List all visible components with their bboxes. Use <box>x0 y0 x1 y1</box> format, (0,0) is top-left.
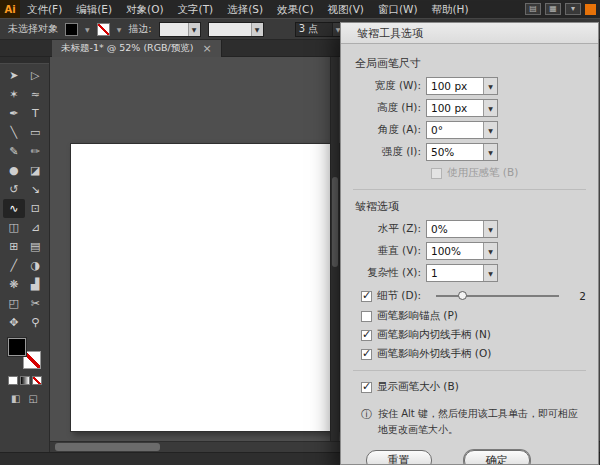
horizontal-combo[interactable]: 0% ▼ <box>426 220 498 238</box>
mesh-tool[interactable]: ⊞ <box>3 237 25 256</box>
menu-object[interactable]: 对象(O) <box>119 0 170 18</box>
chevron-down-icon[interactable]: ▼ <box>483 78 497 94</box>
rotate-tool[interactable]: ↺ <box>3 180 25 199</box>
brush-affects-in-handles-checkbox[interactable]: 画笔影响内切线手柄 (N) <box>361 328 586 342</box>
pen-tool[interactable]: ✒ <box>3 104 25 123</box>
gradient-button[interactable] <box>20 376 30 385</box>
screen-mode-icon[interactable]: ◱ <box>29 393 38 404</box>
chevron-down-icon[interactable]: ▼ <box>483 221 497 237</box>
blend-tool[interactable]: ◑ <box>25 256 47 275</box>
horizontal-value[interactable]: 0% <box>427 221 483 237</box>
vertical-scrollbar-thumb[interactable] <box>332 177 338 267</box>
artboard[interactable] <box>70 143 340 432</box>
ok-button[interactable]: 确定 <box>464 450 530 465</box>
chevron-down-icon[interactable]: ▼ <box>117 26 122 33</box>
type-tool[interactable]: T <box>25 104 47 123</box>
checkbox-box[interactable] <box>361 291 372 302</box>
scale-tool[interactable]: ↘ <box>25 180 47 199</box>
color-button[interactable] <box>8 376 18 385</box>
chevron-down-icon[interactable]: ▼ <box>85 26 90 33</box>
detail-slider[interactable] <box>436 289 559 303</box>
arrange-documents-icon[interactable]: ▦ <box>545 3 561 15</box>
rectangle-tool[interactable]: ▭ <box>25 123 47 142</box>
menu-view[interactable]: 视图(V) <box>321 0 371 18</box>
menu-effect[interactable]: 效果(C) <box>270 0 321 18</box>
free-transform-tool[interactable]: ⊡ <box>25 199 47 218</box>
fill-swatch[interactable] <box>8 338 26 356</box>
pencil-tool[interactable]: ✏ <box>25 142 47 161</box>
checkbox-box[interactable] <box>361 330 372 341</box>
hand-tool[interactable]: ✥ <box>3 313 25 332</box>
symbol-sprayer-tool[interactable]: ❋ <box>3 275 25 294</box>
workspace-chevron-icon[interactable]: ▾ <box>565 3 581 15</box>
width-combo[interactable]: 100 px ▼ <box>426 77 498 95</box>
shape-builder-tool[interactable]: ◫ <box>3 218 25 237</box>
brush-affects-out-handles-checkbox[interactable]: 画笔影响外切线手柄 (O) <box>361 347 586 361</box>
menu-file[interactable]: 文件(F) <box>20 0 69 18</box>
intensity-value[interactable]: 50% <box>427 144 483 160</box>
close-icon[interactable]: × <box>203 43 212 54</box>
menu-help[interactable]: 帮助(H) <box>425 0 476 18</box>
chevron-down-icon[interactable]: ▼ <box>483 265 497 281</box>
gradient-tool[interactable]: ▤ <box>25 237 47 256</box>
width-value[interactable]: 100 px <box>427 78 483 94</box>
chevron-down-icon[interactable]: ▼ <box>188 23 200 36</box>
slice-tool[interactable]: ✂ <box>25 294 47 313</box>
detail-checkbox[interactable] <box>361 291 372 302</box>
height-value[interactable]: 100 px <box>427 100 483 116</box>
menu-window[interactable]: 窗口(W) <box>371 0 425 18</box>
blob-brush-tool[interactable]: ● <box>3 161 25 180</box>
lasso-tool[interactable]: ≈ <box>25 85 47 104</box>
vertical-scrollbar[interactable] <box>330 57 339 441</box>
vertical-combo[interactable]: 100% ▼ <box>426 242 498 260</box>
wrinkle-tool[interactable]: ∿ <box>3 199 25 218</box>
fill-color-swatch[interactable] <box>65 23 78 36</box>
menu-type[interactable]: 文字(T) <box>171 0 221 18</box>
stroke-color-swatch[interactable] <box>97 23 110 36</box>
app-accent-icon[interactable] <box>585 4 596 15</box>
show-brush-size-checkbox[interactable]: 显示画笔大小 (B) <box>361 380 586 394</box>
menu-edit[interactable]: 编辑(E) <box>69 0 119 18</box>
slider-track[interactable] <box>436 295 559 297</box>
line-segment-tool[interactable]: ╲ <box>3 123 25 142</box>
vertical-value[interactable]: 100% <box>427 243 483 259</box>
chevron-down-icon[interactable]: ▼ <box>251 23 263 36</box>
brush-definition-combo[interactable]: 3 点 ▼ <box>295 22 345 37</box>
reset-button[interactable]: 重置 <box>366 450 432 465</box>
menu-select[interactable]: 选择(S) <box>220 0 270 18</box>
direct-selection-tool[interactable]: ▷ <box>25 66 47 85</box>
width-profile-combo[interactable]: ▼ <box>208 22 264 37</box>
checkbox-box[interactable] <box>361 311 372 322</box>
document-tab[interactable]: 未标题-1* @ 52% (RGB/预览) × <box>52 40 222 57</box>
intensity-combo[interactable]: 50% ▼ <box>426 143 498 161</box>
artboard-tool[interactable]: ◰ <box>3 294 25 313</box>
angle-combo[interactable]: 0° ▼ <box>426 121 498 139</box>
column-graph-tool[interactable]: ▟ <box>25 275 47 294</box>
brush-affects-anchor-checkbox[interactable]: 画笔影响锚点 (P) <box>361 309 586 323</box>
chevron-down-icon[interactable]: ▼ <box>483 122 497 138</box>
slider-thumb[interactable] <box>458 291 467 300</box>
paintbrush-tool[interactable]: ✎ <box>3 142 25 161</box>
angle-value[interactable]: 0° <box>427 122 483 138</box>
complexity-combo[interactable]: 1 ▼ <box>426 264 498 282</box>
chevron-down-icon[interactable]: ▼ <box>483 100 497 116</box>
height-combo[interactable]: 100 px ▼ <box>426 99 498 117</box>
selection-tool[interactable]: ➤ <box>3 66 25 85</box>
tools-panel-header[interactable] <box>0 57 49 64</box>
chevron-down-icon[interactable]: ▼ <box>483 144 497 160</box>
horizontal-scrollbar-thumb[interactable] <box>55 443 160 451</box>
eyedropper-tool[interactable]: ╱ <box>3 256 25 275</box>
complexity-value[interactable]: 1 <box>427 265 483 281</box>
magic-wand-tool[interactable]: ✶ <box>3 85 25 104</box>
eraser-tool[interactable]: ◪ <box>25 161 47 180</box>
panel-grid-icon[interactable]: ▤ <box>525 3 541 15</box>
checkbox-box[interactable] <box>361 382 372 393</box>
height-row: 高度 (H): 100 px ▼ <box>353 99 586 117</box>
stroke-width-combo[interactable]: ▼ <box>159 22 201 37</box>
zoom-tool[interactable]: ⚲ <box>25 313 47 332</box>
checkbox-box[interactable] <box>361 349 372 360</box>
perspective-grid-tool[interactable]: ⊿ <box>25 218 47 237</box>
draw-mode-icon[interactable]: ◧ <box>11 393 20 404</box>
none-button[interactable] <box>32 376 42 385</box>
chevron-down-icon[interactable]: ▼ <box>483 243 497 259</box>
